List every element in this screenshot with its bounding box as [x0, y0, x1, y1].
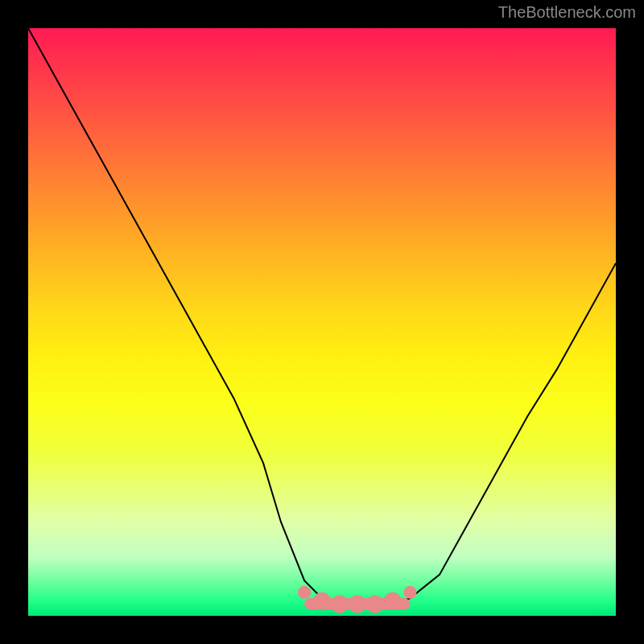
highlight-marker — [331, 595, 349, 613]
bottleneck-curve-line — [28, 28, 616, 604]
highlight-markers — [298, 586, 416, 613]
highlight-marker — [349, 595, 366, 613]
highlight-marker — [404, 586, 417, 599]
highlight-marker — [384, 592, 402, 610]
highlight-marker — [313, 592, 331, 610]
highlight-marker — [366, 595, 384, 613]
chart-plot-area — [28, 28, 616, 616]
watermark-text: TheBottleneck.com — [498, 3, 636, 22]
bottleneck-chart — [28, 28, 616, 616]
highlight-marker — [298, 586, 311, 599]
